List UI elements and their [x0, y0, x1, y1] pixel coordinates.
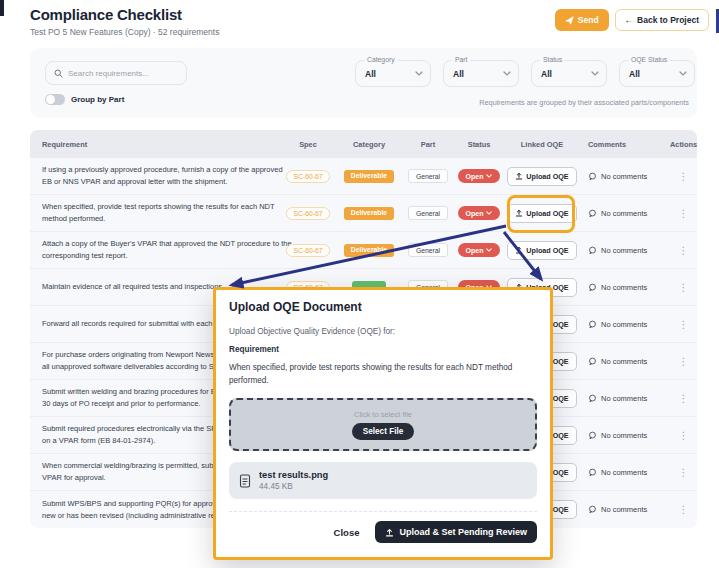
actions-cell: ⋮ — [670, 171, 697, 182]
comments-cell[interactable]: No comments — [580, 320, 670, 329]
send-button[interactable]: Send — [555, 9, 609, 31]
kebab-menu-icon[interactable]: ⋮ — [679, 282, 689, 293]
grouping-note: Requirements are grouped by their associ… — [479, 98, 689, 107]
upload-oqe-button[interactable]: Upload OQE — [507, 167, 576, 186]
dropdown-value: All — [629, 69, 640, 79]
comments-cell[interactable]: No comments — [580, 246, 670, 255]
requirement-line: Submit required procedures electronicall… — [42, 423, 221, 435]
requirement-line: 30 days of PO receipt and prior to perfo… — [42, 398, 200, 410]
status-label: Open — [466, 247, 484, 254]
submit-button-label: Upload & Set Pending Review — [399, 527, 527, 537]
filter-card: Search requirements... Group by Part Cat… — [30, 48, 697, 118]
comments-cell[interactable]: No comments — [580, 209, 670, 218]
part-cell: General — [402, 169, 454, 183]
close-button[interactable]: Close — [334, 527, 360, 538]
comments-label: No comments — [601, 468, 647, 477]
comments-cell[interactable]: No comments — [580, 505, 670, 514]
upload-oqe-label: Upload OQE — [526, 246, 568, 255]
upload-oqe-highlight-box — [507, 195, 575, 233]
status-cell: Open — [454, 206, 504, 220]
upload-set-pending-review-button[interactable]: Upload & Set Pending Review — [375, 521, 537, 543]
column-header-comments: Comments — [580, 140, 670, 149]
comments-cell[interactable]: No comments — [580, 468, 670, 477]
toggle-knob — [46, 95, 55, 104]
dropdown-label: OQE Status — [628, 56, 670, 63]
part-filter-dropdown[interactable]: Part All — [443, 60, 519, 87]
back-to-project-button[interactable]: ← Back to Project — [615, 9, 709, 31]
requirement-line: corresponding test report. — [42, 250, 127, 262]
upload-oqe-button[interactable]: Upload OQE — [507, 241, 576, 260]
category-badge: Deliverable — [344, 244, 394, 257]
toggle-track[interactable] — [45, 94, 65, 105]
actions-cell: ⋮ — [670, 430, 697, 441]
category-filter-dropdown[interactable]: Category All — [355, 60, 431, 87]
upload-oqe-label: Upload OQE — [526, 172, 568, 181]
select-file-button[interactable]: Select File — [352, 423, 415, 440]
file-dropzone[interactable]: Click to select file Select File — [229, 398, 537, 451]
chevron-down-icon — [679, 71, 687, 76]
kebab-menu-icon[interactable]: ⋮ — [679, 430, 689, 441]
actions-cell: ⋮ — [670, 467, 697, 478]
requirement-line: EB or NNS VPAR and approval letter with … — [42, 176, 227, 188]
spec-cell: SC-60-67 — [280, 244, 336, 257]
chevron-down-icon — [591, 71, 599, 76]
comments-cell[interactable]: No comments — [580, 394, 670, 403]
kebab-menu-icon[interactable]: ⋮ — [679, 504, 689, 515]
kebab-menu-icon[interactable]: ⋮ — [679, 319, 689, 330]
chevron-down-icon — [486, 248, 492, 252]
no-comments: No comments — [588, 283, 647, 292]
page-title: Compliance Checklist — [30, 6, 182, 23]
comment-bubble-icon — [588, 172, 597, 181]
page-subtitle: Test PO 5 New Features (Copy) · 52 requi… — [30, 27, 219, 37]
status-cell: Open — [454, 169, 504, 183]
status-filter-dropdown[interactable]: Status All — [531, 60, 607, 87]
status-label: Open — [466, 210, 484, 217]
column-header-linked-oqe: Linked OQE — [504, 140, 580, 149]
category-cell: Deliverable — [336, 170, 402, 183]
search-input[interactable]: Search requirements... — [45, 61, 187, 85]
modal-intro-text: Upload Objective Quality Evidence (OQE) … — [229, 327, 537, 336]
spec-cell: SC-60-67 — [280, 207, 336, 220]
kebab-menu-icon[interactable]: ⋮ — [679, 356, 689, 367]
kebab-menu-icon[interactable]: ⋮ — [679, 171, 689, 182]
column-header-spec: Spec — [280, 140, 336, 149]
comments-cell[interactable]: No comments — [580, 172, 670, 181]
search-placeholder: Search requirements... — [68, 69, 149, 78]
status-dropdown-pill[interactable]: Open — [458, 206, 501, 220]
no-comments: No comments — [588, 505, 647, 514]
comments-label: No comments — [601, 246, 647, 255]
spec-badge: SC-60-67 — [286, 207, 329, 220]
part-badge: General — [408, 206, 448, 220]
requirement-line: When commercial welding/brazing is permi… — [42, 460, 221, 472]
comment-bubble-icon — [588, 320, 597, 329]
dropdown-value: All — [541, 69, 552, 79]
kebab-menu-icon[interactable]: ⋮ — [679, 393, 689, 404]
part-badge: General — [408, 243, 448, 257]
modal-requirement-text: When specified, provide test reports sho… — [229, 362, 531, 387]
comments-cell[interactable]: No comments — [580, 431, 670, 440]
kebab-menu-icon[interactable]: ⋮ — [679, 245, 689, 256]
comment-bubble-icon — [588, 468, 597, 477]
status-dropdown-pill[interactable]: Open — [458, 169, 501, 183]
comments-label: No comments — [601, 209, 647, 218]
column-header-category: Category — [336, 140, 402, 149]
comment-bubble-icon — [588, 246, 597, 255]
requirement-text: When specified, provide test reports sho… — [30, 201, 280, 224]
kebab-menu-icon[interactable]: ⋮ — [679, 467, 689, 478]
actions-cell: ⋮ — [670, 504, 697, 515]
comments-cell[interactable]: No comments — [580, 357, 670, 366]
group-by-part-toggle[interactable]: Group by Part — [45, 94, 124, 105]
linked-oqe-cell: Upload OQE — [504, 241, 580, 260]
dropdown-value: All — [365, 69, 376, 79]
comments-cell[interactable]: No comments — [580, 283, 670, 292]
category-cell: Deliverable — [336, 244, 402, 257]
chevron-down-icon — [486, 211, 492, 215]
linked-oqe-cell: Upload OQE — [504, 167, 580, 186]
oqe-status-filter-dropdown[interactable]: OQE Status All — [619, 60, 695, 87]
status-dropdown-pill[interactable]: Open — [458, 243, 501, 257]
kebab-menu-icon[interactable]: ⋮ — [679, 208, 689, 219]
requirement-line: method performed. — [42, 213, 105, 225]
no-comments: No comments — [588, 394, 647, 403]
comment-bubble-icon — [588, 505, 597, 514]
requirement-text: Attach a copy of the Buyer's VPAR that a… — [30, 238, 280, 261]
